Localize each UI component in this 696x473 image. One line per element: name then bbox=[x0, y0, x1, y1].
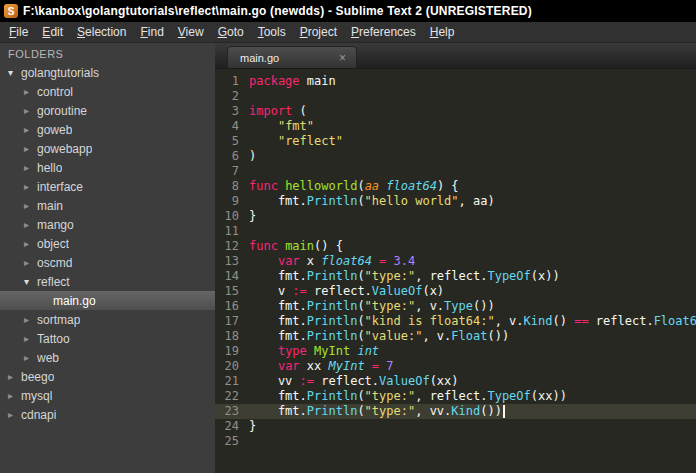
code-line[interactable]: 5 "reflect" bbox=[215, 134, 696, 149]
code-line[interactable]: 24} bbox=[215, 419, 696, 434]
line-number: 4 bbox=[215, 119, 249, 134]
code-text: fmt.Println("hello world", aa) bbox=[249, 194, 495, 209]
folder-item-tattoo[interactable]: ▸Tattoo bbox=[0, 329, 215, 348]
code-line[interactable]: 3import ( bbox=[215, 104, 696, 119]
folder-item-golangtutorials[interactable]: ▾golangtutorials bbox=[0, 63, 215, 82]
line-number: 25 bbox=[215, 434, 249, 449]
folder-item-interface[interactable]: ▸interface bbox=[0, 177, 215, 196]
line-number: 16 bbox=[215, 299, 249, 314]
chevron-right-icon: ▸ bbox=[24, 105, 37, 116]
code-text: type MyInt int bbox=[249, 344, 379, 359]
menu-item-file[interactable]: File bbox=[2, 23, 35, 41]
code-line[interactable]: 8func helloworld(aa float64) { bbox=[215, 179, 696, 194]
title-bar: S F:\kanbox\golangtutorials\reflect\main… bbox=[0, 0, 696, 22]
code-text: func helloworld(aa float64) { bbox=[249, 179, 459, 194]
folder-item-hello[interactable]: ▸hello bbox=[0, 158, 215, 177]
chevron-right-icon: ▸ bbox=[8, 371, 21, 382]
line-number: 7 bbox=[215, 164, 249, 179]
line-number: 8 bbox=[215, 179, 249, 194]
menu-item-edit[interactable]: Edit bbox=[35, 23, 70, 41]
line-number: 10 bbox=[215, 209, 249, 224]
code-line[interactable]: 25 bbox=[215, 434, 696, 449]
tree-item-label: web bbox=[37, 351, 59, 365]
code-line[interactable]: 11 bbox=[215, 224, 696, 239]
code-line[interactable]: 7 bbox=[215, 164, 696, 179]
folder-item-object[interactable]: ▸object bbox=[0, 234, 215, 253]
code-text: ) bbox=[249, 149, 256, 164]
code-line[interactable]: 9 fmt.Println("hello world", aa) bbox=[215, 194, 696, 209]
folder-item-goroutine[interactable]: ▸goroutine bbox=[0, 101, 215, 120]
sublime-text-window: S F:\kanbox\golangtutorials\reflect\main… bbox=[0, 0, 696, 473]
code-text: fmt.Println("type:", vv.Kind()) bbox=[249, 404, 505, 419]
chevron-right-icon: ▸ bbox=[24, 352, 37, 363]
code-line[interactable]: 2 bbox=[215, 89, 696, 104]
folder-item-cdnapi[interactable]: ▸cdnapi bbox=[0, 405, 215, 424]
code-line[interactable]: 6) bbox=[215, 149, 696, 164]
menu-item-view[interactable]: View bbox=[171, 23, 211, 41]
tree-item-label: main.go bbox=[53, 294, 96, 308]
code-line[interactable]: 12func main() { bbox=[215, 239, 696, 254]
line-number: 22 bbox=[215, 389, 249, 404]
folder-item-control[interactable]: ▸control bbox=[0, 82, 215, 101]
menu-item-goto[interactable]: Goto bbox=[211, 23, 251, 41]
code-line[interactable]: 19 type MyInt int bbox=[215, 344, 696, 359]
editor[interactable]: 1package main23import (4 "fmt"5 "reflect… bbox=[215, 69, 696, 473]
folder-item-reflect[interactable]: ▾reflect bbox=[0, 272, 215, 291]
folder-item-sortmap[interactable]: ▸sortmap bbox=[0, 310, 215, 329]
line-number: 15 bbox=[215, 284, 249, 299]
code-line[interactable]: 16 fmt.Println("type:", v.Type()) bbox=[215, 299, 696, 314]
code-line[interactable]: 22 fmt.Println("type:", reflect.TypeOf(x… bbox=[215, 389, 696, 404]
code-line[interactable]: 20 var xx MyInt = 7 bbox=[215, 359, 696, 374]
tree-item-label: oscmd bbox=[37, 256, 72, 270]
line-number: 17 bbox=[215, 314, 249, 329]
menu-item-project[interactable]: Project bbox=[293, 23, 344, 41]
code-line[interactable]: 23 fmt.Println("type:", vv.Kind()) bbox=[215, 404, 696, 419]
line-number: 21 bbox=[215, 374, 249, 389]
tab-main-go[interactable]: main.go× bbox=[227, 46, 357, 68]
folder-item-mysql[interactable]: ▸mysql bbox=[0, 386, 215, 405]
tree-item-label: beego bbox=[21, 370, 54, 384]
menu-item-selection[interactable]: Selection bbox=[70, 23, 133, 41]
code-text: func main() { bbox=[249, 239, 343, 254]
tab-bar: main.go× bbox=[215, 43, 696, 69]
code-text: var xx MyInt = 7 bbox=[249, 359, 394, 374]
code-line[interactable]: 4 "fmt" bbox=[215, 119, 696, 134]
code-line[interactable]: 10} bbox=[215, 209, 696, 224]
code-line[interactable]: 15 v := reflect.ValueOf(x) bbox=[215, 284, 696, 299]
code-line[interactable]: 1package main bbox=[215, 74, 696, 89]
folder-item-goweb[interactable]: ▸goweb bbox=[0, 120, 215, 139]
menu-item-tools[interactable]: Tools bbox=[251, 23, 293, 41]
folder-item-mango[interactable]: ▸mango bbox=[0, 215, 215, 234]
line-number: 13 bbox=[215, 254, 249, 269]
code-line[interactable]: 21 vv := reflect.ValueOf(xx) bbox=[215, 374, 696, 389]
close-icon[interactable]: × bbox=[339, 51, 346, 65]
menu-item-find[interactable]: Find bbox=[133, 23, 170, 41]
code-text: "reflect" bbox=[249, 134, 343, 149]
folder-item-beego[interactable]: ▸beego bbox=[0, 367, 215, 386]
folder-item-web[interactable]: ▸web bbox=[0, 348, 215, 367]
file-item-main-go[interactable]: main.go bbox=[0, 291, 215, 310]
line-number: 1 bbox=[215, 74, 249, 89]
tree-item-label: interface bbox=[37, 180, 83, 194]
code-line[interactable]: 18 fmt.Println("value:", v.Float()) bbox=[215, 329, 696, 344]
folder-item-main[interactable]: ▸main bbox=[0, 196, 215, 215]
tree-item-label: gowebapp bbox=[37, 142, 92, 156]
folder-item-gowebapp[interactable]: ▸gowebapp bbox=[0, 139, 215, 158]
chevron-right-icon: ▸ bbox=[24, 124, 37, 135]
code-line[interactable]: 17 fmt.Println("kind is float64:", v.Kin… bbox=[215, 314, 696, 329]
menu-item-help[interactable]: Help bbox=[423, 23, 462, 41]
chevron-right-icon: ▸ bbox=[24, 238, 37, 249]
tree-item-label: main bbox=[37, 199, 63, 213]
tab-label: main.go bbox=[240, 52, 279, 64]
code-line[interactable]: 13 var x float64 = 3.4 bbox=[215, 254, 696, 269]
code-text: "fmt" bbox=[249, 119, 314, 134]
tree-item-label: sortmap bbox=[37, 313, 80, 327]
folder-item-oscmd[interactable]: ▸oscmd bbox=[0, 253, 215, 272]
code-text: package main bbox=[249, 74, 336, 89]
menu-item-preferences[interactable]: Preferences bbox=[344, 23, 423, 41]
tree-item-label: golangtutorials bbox=[21, 66, 99, 80]
line-number: 5 bbox=[215, 134, 249, 149]
code-text: vv := reflect.ValueOf(xx) bbox=[249, 374, 459, 389]
tree-item-label: mango bbox=[37, 218, 74, 232]
code-line[interactable]: 14 fmt.Println("type:", reflect.TypeOf(x… bbox=[215, 269, 696, 284]
